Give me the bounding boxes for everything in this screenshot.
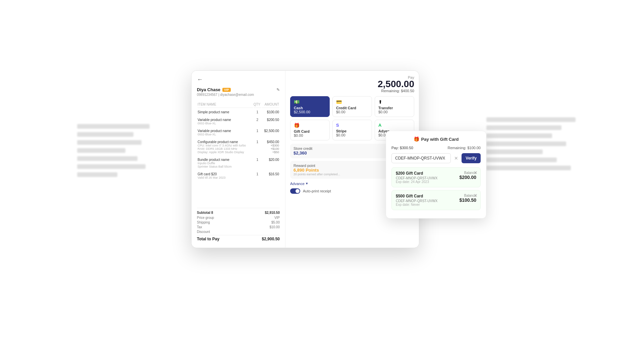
gift-card-code-input[interactable]: [391, 153, 451, 163]
stripe-label: Stripe: [336, 129, 368, 133]
shipping-row: Shipping $5.00: [197, 221, 280, 224]
modal-pay-amount: Pay: $300.50: [391, 146, 413, 150]
order-table: ITEM NAME QTY AMOUNT Simple product name…: [197, 101, 280, 182]
order-item-row: Configurable product nameCPU: Intel core…: [198, 138, 279, 156]
item-qty-cell: 1: [254, 127, 261, 138]
subtotal-label: Subtotal 8: [197, 211, 213, 215]
gc-balance: $100.50: [459, 197, 476, 203]
order-item-row: Simple product name1$100.00: [198, 109, 279, 116]
item-qty-cell: 1: [254, 171, 261, 181]
customer-info: Diya Chase VIP ✎ 09891234567 | diyachase…: [197, 87, 280, 97]
item-amount-cell: $100.00: [262, 109, 279, 116]
subtotal-amount: $2,910.50: [265, 211, 280, 215]
customer-name-row: Diya Chase VIP ✎: [197, 87, 280, 92]
tax-value: $10.00: [269, 225, 280, 229]
item-qty-cell: 1: [254, 156, 261, 170]
item-name-cell: Variable product name0002-Blue-XL: [198, 116, 253, 127]
order-item-row: Variable product name0002-Blue-XL2$200.5…: [198, 116, 279, 127]
modal-remaining: Remaining: $100.00: [448, 146, 481, 150]
auto-print-toggle[interactable]: [290, 188, 300, 194]
pay-amount: 2,500.00: [290, 79, 414, 89]
item-qty-cell: 1: [254, 138, 261, 156]
item-name-cell: Bundle product nameInpulio DuffleSprinte…: [198, 156, 253, 170]
transfer-amount: $0.00: [378, 110, 411, 114]
verify-button[interactable]: Verify: [462, 153, 481, 163]
col-item: ITEM NAME: [198, 101, 253, 108]
transfer-icon: ⬆: [378, 99, 411, 105]
modal-header: 🎁 Pay with Gift Card: [391, 136, 481, 142]
item-name-cell: Simple product name: [198, 109, 253, 116]
price-group-label: Price group: [197, 216, 214, 220]
gift_card-amount: $0.00: [294, 133, 326, 137]
pay-remaining: Remaining: $400.50: [290, 89, 414, 93]
pay-header: Pay 2,500.00 Remaining: $400.50: [290, 75, 414, 93]
item-qty-cell: 2: [254, 116, 261, 127]
payment-method-cash[interactable]: 💵 Cash $2,500.00: [290, 96, 330, 117]
shipping-value: $5.00: [271, 221, 280, 224]
subtotal-row: Subtotal 8 $2,910.50: [197, 211, 280, 215]
gc-exp: Exp date: 24 Apr 2023: [396, 180, 437, 184]
gc-code: CDEF-MNOP-QRST-UVWX: [396, 176, 437, 180]
shipping-label: Shipping: [197, 221, 210, 224]
order-item-row: Gift card $20Valid till 26 Mar 20231$16.…: [198, 171, 279, 181]
item-qty-cell: 1: [254, 109, 261, 116]
discount-label: Discount: [197, 230, 210, 234]
gc-remove-button[interactable]: ✕: [474, 170, 478, 175]
cash-label: Cash: [294, 106, 326, 110]
payment-method-credit_card[interactable]: 💳 Credit Card $0.00: [332, 96, 372, 117]
gc-balance: $200.00: [459, 175, 476, 180]
gc-name: $500 Gift Card: [396, 194, 437, 198]
col-amount: AMOUNT: [262, 101, 279, 108]
credit_card-icon: 💳: [336, 99, 368, 105]
store-credit-label: Store credit: [293, 146, 312, 150]
deco-left: [77, 124, 158, 180]
tax-label: Tax: [197, 225, 202, 229]
store-credit-amount: $2,360: [293, 150, 312, 156]
back-button[interactable]: ←: [197, 76, 280, 83]
credit_card-label: Credit Card: [336, 106, 368, 110]
order-summary: Subtotal 8 $2,910.50 Price group VIP Shi…: [197, 208, 280, 242]
auto-print-label: Auto-print receipt: [303, 189, 331, 193]
order-item-row: Variable product name0002-Blue-XL1$2,500…: [198, 127, 279, 138]
item-name-cell: Configurable product nameCPU: Intel core…: [198, 138, 253, 156]
gift-card-input-row: ✕ Verify: [391, 153, 481, 163]
discount-row: Discount: [197, 230, 280, 234]
gift_card-icon: 🎁: [294, 123, 326, 128]
price-group-row: Price group VIP: [197, 216, 280, 220]
cash-icon: 💵: [294, 99, 326, 105]
deco-right: [486, 117, 580, 174]
total-value: $2,900.50: [262, 237, 280, 241]
modal-title: Pay with Gift Card: [421, 137, 459, 142]
cash-amount: $2,500.00: [294, 110, 326, 114]
transfer-label: Transfer: [378, 106, 411, 110]
payment-method-stripe[interactable]: S Stripe $0.00: [332, 120, 372, 140]
item-amount-cell: $20.00: [262, 156, 279, 170]
gift-card-list: $200 Gift Card CDEF-MNOP-QRST-UVWX Exp d…: [391, 167, 481, 210]
price-group-value: VIP: [274, 216, 280, 220]
gc-remove-button[interactable]: ✕: [474, 193, 478, 198]
customer-contact: 09891234567 | diyachase@email.com: [197, 93, 280, 97]
edit-icon[interactable]: ✎: [276, 87, 280, 92]
gc-code: CDEF-MNOP-QRST-UVWX: [396, 199, 437, 203]
item-amount-cell: $200.50: [262, 116, 279, 127]
stripe-amount: $0.00: [336, 133, 368, 137]
item-amount-cell: $2,500.00: [262, 127, 279, 138]
gift-card-item: $500 Gift Card CDEF-MNOP-QRST-UVWX Exp d…: [391, 190, 481, 210]
gc-name: $200 Gift Card: [396, 171, 437, 176]
clear-input-button[interactable]: ✕: [453, 153, 460, 163]
credit_card-amount: $0.00: [336, 110, 368, 114]
gc-exp: Exp date: Never: [396, 203, 437, 206]
tax-row: Tax $10.00: [197, 225, 280, 229]
item-amount-cell: $450.00+$300+$100+$50: [262, 138, 279, 156]
adyen-icon: A: [378, 123, 411, 128]
modal-pay-info: Pay: $300.50 Remaining: $100.00: [391, 146, 481, 150]
item-name-cell: Gift card $20Valid till 26 Mar 2023: [198, 171, 253, 181]
gift_card-label: Gift Card: [294, 129, 326, 133]
payment-method-gift_card[interactable]: 🎁 Gift Card $0.00: [290, 120, 330, 140]
total-label: Total to Pay: [197, 237, 219, 241]
gift-card-item: $200 Gift Card CDEF-MNOP-QRST-UVWX Exp d…: [391, 167, 481, 187]
terminal: ← Diya Chase VIP ✎ 09891234567 | diyacha…: [191, 70, 419, 248]
payment-method-transfer[interactable]: ⬆ Transfer $0.00: [375, 96, 414, 117]
col-qty: QTY: [254, 101, 261, 108]
order-item-row: Bundle product nameInpulio DuffleSprinte…: [198, 156, 279, 170]
